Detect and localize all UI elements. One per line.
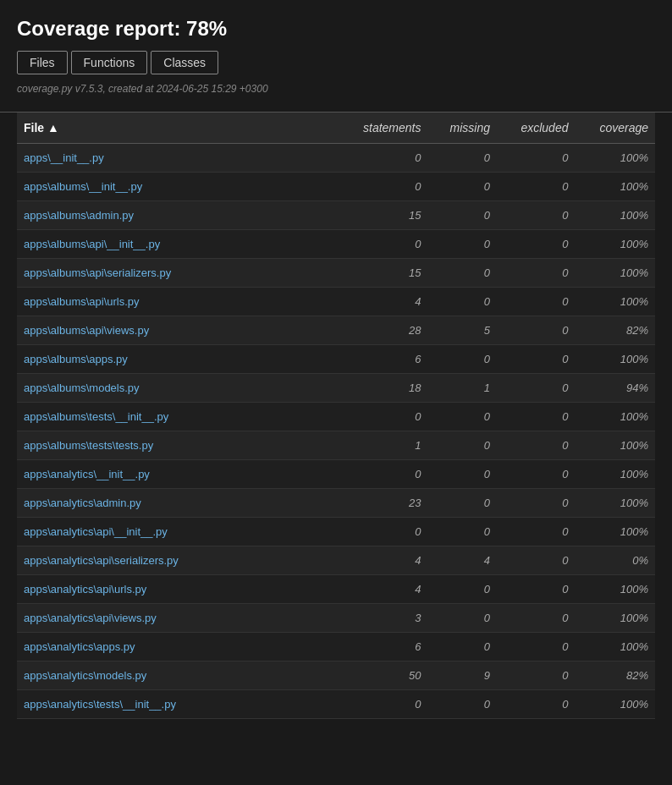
file-cell[interactable]: apps\albums\admin.py [17, 201, 336, 230]
file-cell[interactable]: apps\analytics\__init__.py [17, 460, 336, 489]
col-header-excluded[interactable]: excluded [497, 113, 576, 144]
excluded-cell: 0 [497, 431, 576, 460]
missing-cell: 0 [427, 489, 496, 518]
excluded-cell: 0 [497, 201, 576, 230]
classes-button[interactable]: Classes [151, 51, 218, 74]
functions-button[interactable]: Functions [71, 51, 148, 74]
file-cell[interactable]: apps\albums\apps.py [17, 345, 336, 374]
table-row: apps\albums\__init__.py000100% [17, 173, 655, 201]
col-header-statements[interactable]: statements [336, 113, 427, 144]
statements-cell: 4 [336, 575, 427, 604]
excluded-cell: 0 [497, 633, 576, 661]
coverage-cell: 100% [575, 173, 655, 201]
missing-cell: 0 [427, 173, 496, 201]
table-row: apps\__init__.py000100% [17, 144, 655, 173]
file-cell[interactable]: apps\analytics\admin.py [17, 489, 336, 518]
statements-cell: 0 [336, 230, 427, 259]
missing-cell: 0 [427, 230, 496, 259]
meta-info: coverage.py v7.5.3, created at 2024-06-2… [17, 83, 655, 103]
missing-cell: 0 [427, 431, 496, 460]
file-cell[interactable]: apps\albums\api\urls.py [17, 288, 336, 316]
table-row: apps\analytics\apps.py600100% [17, 633, 655, 661]
excluded-cell: 0 [497, 403, 576, 431]
col-header-missing[interactable]: missing [427, 113, 496, 144]
table-header-row: File ▲ statements missing excluded cover… [17, 113, 655, 144]
missing-cell: 0 [427, 144, 496, 173]
statements-cell: 0 [336, 144, 427, 173]
table-row: apps\analytics\admin.py2300100% [17, 489, 655, 518]
coverage-cell: 100% [575, 575, 655, 604]
statements-cell: 50 [336, 661, 427, 690]
files-button[interactable]: Files [17, 51, 68, 74]
file-cell[interactable]: apps\analytics\api\__init__.py [17, 518, 336, 546]
statements-cell: 6 [336, 633, 427, 661]
excluded-cell: 0 [497, 230, 576, 259]
statements-cell: 18 [336, 374, 427, 403]
missing-cell: 1 [427, 374, 496, 403]
excluded-cell: 0 [497, 173, 576, 201]
excluded-cell: 0 [497, 144, 576, 173]
table-row: apps\albums\api\views.py285082% [17, 316, 655, 345]
table-row: apps\albums\tests\tests.py100100% [17, 431, 655, 460]
coverage-cell: 0% [575, 546, 655, 575]
statements-cell: 28 [336, 316, 427, 345]
file-cell[interactable]: apps\albums\api\serializers.py [17, 259, 336, 288]
coverage-cell: 82% [575, 661, 655, 690]
coverage-cell: 100% [575, 201, 655, 230]
file-cell[interactable]: apps\analytics\api\serializers.py [17, 546, 336, 575]
missing-cell: 4 [427, 546, 496, 575]
file-cell[interactable]: apps\albums\models.py [17, 374, 336, 403]
file-cell[interactable]: apps\albums\__init__.py [17, 173, 336, 201]
file-cell[interactable]: apps\albums\tests\__init__.py [17, 403, 336, 431]
file-cell[interactable]: apps\__init__.py [17, 144, 336, 173]
file-cell[interactable]: apps\albums\api\views.py [17, 316, 336, 345]
statements-cell: 15 [336, 201, 427, 230]
coverage-cell: 100% [575, 345, 655, 374]
table-row: apps\albums\api\__init__.py000100% [17, 230, 655, 259]
statements-cell: 0 [336, 460, 427, 489]
missing-cell: 0 [427, 259, 496, 288]
missing-cell: 0 [427, 460, 496, 489]
coverage-cell: 100% [575, 259, 655, 288]
file-cell[interactable]: apps\analytics\models.py [17, 661, 336, 690]
excluded-cell: 0 [497, 345, 576, 374]
file-cell[interactable]: apps\analytics\tests\__init__.py [17, 690, 336, 719]
file-cell[interactable]: apps\analytics\api\views.py [17, 604, 336, 633]
file-cell[interactable]: apps\albums\tests\tests.py [17, 431, 336, 460]
statements-cell: 0 [336, 690, 427, 719]
coverage-cell: 100% [575, 403, 655, 431]
coverage-cell: 94% [575, 374, 655, 403]
coverage-cell: 82% [575, 316, 655, 345]
table-container: File ▲ statements missing excluded cover… [0, 113, 672, 719]
excluded-cell: 0 [497, 259, 576, 288]
coverage-cell: 100% [575, 431, 655, 460]
statements-cell: 4 [336, 546, 427, 575]
excluded-cell: 0 [497, 460, 576, 489]
file-cell[interactable]: apps\albums\api\__init__.py [17, 230, 336, 259]
missing-cell: 0 [427, 575, 496, 604]
missing-cell: 0 [427, 288, 496, 316]
table-row: apps\analytics\api\views.py300100% [17, 604, 655, 633]
file-cell[interactable]: apps\analytics\api\urls.py [17, 575, 336, 604]
header: Coverage report: 78% Files Functions Cla… [0, 0, 672, 112]
excluded-cell: 0 [497, 575, 576, 604]
missing-cell: 0 [427, 604, 496, 633]
missing-cell: 0 [427, 633, 496, 661]
statements-cell: 1 [336, 431, 427, 460]
table-row: apps\analytics\models.py509082% [17, 661, 655, 690]
table-row: apps\albums\models.py181094% [17, 374, 655, 403]
table-row: apps\albums\api\urls.py400100% [17, 288, 655, 316]
table-row: apps\analytics\api\__init__.py000100% [17, 518, 655, 546]
statements-cell: 3 [336, 604, 427, 633]
excluded-cell: 0 [497, 546, 576, 575]
coverage-table: File ▲ statements missing excluded cover… [17, 113, 655, 719]
excluded-cell: 0 [497, 374, 576, 403]
table-row: apps\albums\admin.py1500100% [17, 201, 655, 230]
col-header-coverage[interactable]: coverage [575, 113, 655, 144]
file-cell[interactable]: apps\analytics\apps.py [17, 633, 336, 661]
table-row: apps\analytics\tests\__init__.py000100% [17, 690, 655, 719]
excluded-cell: 0 [497, 288, 576, 316]
statements-cell: 6 [336, 345, 427, 374]
statements-cell: 0 [336, 173, 427, 201]
col-header-file[interactable]: File ▲ [17, 113, 336, 144]
